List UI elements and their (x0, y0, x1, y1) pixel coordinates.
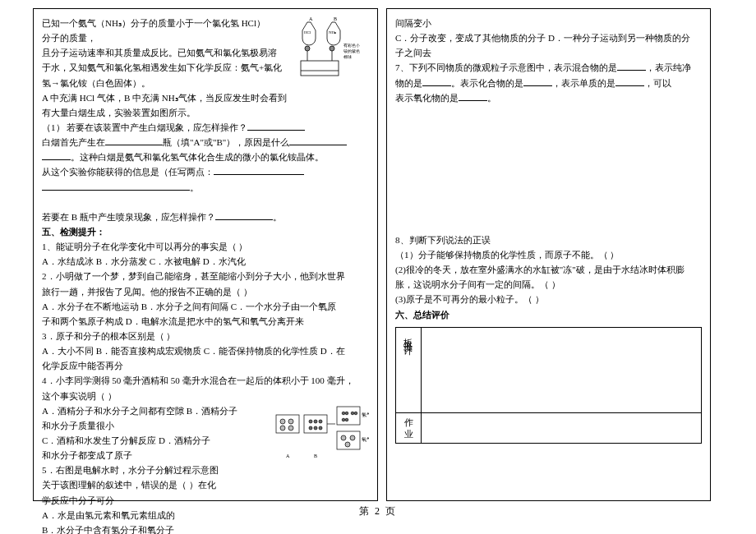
svg-point-27 (345, 412, 348, 415)
homework-cell (422, 412, 702, 444)
right-column: 间隔变小 C．分子改变，变成了其他物质的分子 D．一种分子运动到另一种物质的分 … (386, 8, 711, 501)
apparatus-side-label: 有彩色小 (343, 43, 360, 48)
svg-point-5 (330, 46, 334, 51)
svg-point-15 (280, 426, 285, 430)
q8: 8、判断下列说法的正误 (395, 235, 491, 245)
blank (289, 135, 347, 145)
svg-text:氧气: 氧气 (362, 437, 369, 442)
svg-text:NH₃: NH₃ (329, 30, 336, 35)
svg-point-26 (342, 412, 345, 415)
blank (42, 150, 71, 160)
svg-text:氢气: 氢气 (362, 412, 369, 417)
q7: 7、下列不同物质的微观粒子示意图中，表示混合物的是 (395, 62, 617, 72)
blank (422, 76, 451, 86)
svg-point-14 (288, 419, 293, 424)
q5-2: 2．小明做了一个梦，梦到自己能缩身，甚至能缩小到分子大小，他到水世界 (42, 271, 345, 281)
svg-text:A: A (309, 16, 313, 21)
blank (523, 76, 552, 86)
q5-5: 5．右图是电解水时，水分子分解过程示意图 (42, 465, 219, 475)
section-5-title: 五、检测提升： (42, 224, 369, 239)
blank (247, 120, 305, 131)
q5-3: 3．原子和分子的根本区别是（ ） (42, 331, 175, 341)
blank (215, 209, 273, 220)
svg-text:A: A (286, 453, 290, 458)
summary-table: 板书设计 作业 (395, 327, 702, 444)
blank (615, 76, 644, 86)
svg-text:B: B (314, 453, 317, 458)
q2: 若要在 B 瓶中产生喷泉现象，应怎样操作？ (42, 212, 215, 222)
svg-rect-12 (276, 415, 299, 433)
svg-point-23 (319, 426, 322, 430)
q5-1: 1、能证明分子在化学变化中可以再分的事实是（ ） (42, 242, 247, 251)
svg-point-31 (345, 418, 348, 421)
board-design-label: 板书设计 (396, 327, 422, 412)
intro-text: 已知一个氨气（NH₃）分子的质量小于一个氯化氢 HCl） (42, 18, 265, 28)
q1: （1） 若要在该装置中产生白烟现象，应怎样操作？ (42, 122, 247, 132)
homework-label: 作业 (396, 412, 422, 444)
svg-text:B: B (334, 16, 337, 21)
svg-point-4 (305, 46, 310, 51)
blank (105, 135, 163, 145)
blank (214, 164, 304, 175)
svg-point-13 (280, 419, 285, 424)
electrolysis-figure: 氢气 氧气 A B (274, 403, 369, 461)
svg-point-18 (309, 420, 312, 423)
svg-point-20 (319, 420, 322, 423)
svg-point-35 (345, 442, 350, 447)
q5-4: 4．小李同学测得 50 毫升酒精和 50 毫升水混合在一起后的体积小于 100 … (42, 375, 354, 385)
svg-point-29 (354, 412, 357, 415)
svg-point-21 (309, 426, 312, 430)
svg-point-30 (342, 418, 345, 421)
board-design-cell (422, 327, 702, 412)
blank (42, 180, 190, 191)
blank (459, 90, 487, 101)
spacer (395, 105, 702, 232)
svg-point-16 (288, 426, 293, 430)
left-column: A B HCl NH₃ 有彩色小 铵的紫色 棉球 已知一个氨气（NH₃）分子的质… (33, 8, 378, 501)
svg-point-34 (350, 435, 355, 440)
apparatus-figure: A B HCl NH₃ 有彩色小 铵的紫色 棉球 (291, 16, 369, 81)
svg-rect-8 (301, 61, 339, 76)
section-6-title: 六、总结评价 (395, 307, 702, 322)
svg-rect-17 (304, 415, 327, 433)
svg-point-22 (314, 426, 317, 430)
svg-text:铵的紫色: 铵的紫色 (343, 48, 360, 53)
svg-text:棉球: 棉球 (343, 54, 352, 59)
svg-point-28 (351, 412, 354, 415)
blank (617, 60, 646, 71)
svg-rect-25 (337, 407, 360, 425)
svg-point-33 (341, 435, 346, 440)
svg-point-19 (314, 420, 317, 423)
svg-text:HCl: HCl (304, 30, 311, 35)
